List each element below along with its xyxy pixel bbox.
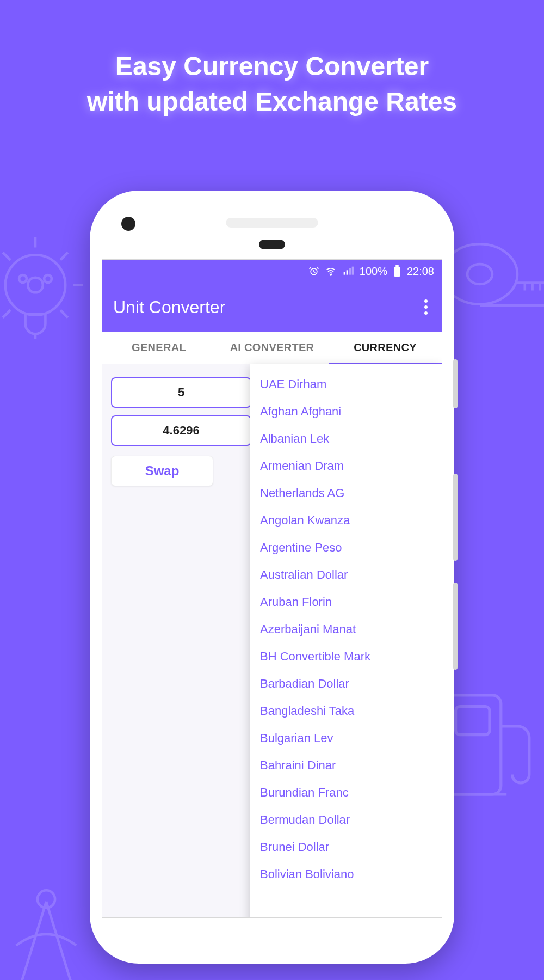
dot-icon (424, 299, 428, 303)
phone-top-hardware (102, 211, 442, 244)
alarm-icon (308, 266, 319, 277)
hero-line1: Easy Currency Converter (115, 52, 429, 81)
currency-option[interactable]: Afghan Afghani (257, 398, 435, 425)
dot-icon (424, 311, 428, 315)
phone-side-button (453, 583, 458, 670)
svg-point-2 (19, 275, 27, 283)
currency-option[interactable]: Armenian Dram (257, 452, 435, 480)
phone-frame: 100% 22:08 Unit Converter GENERAL AI CON… (90, 191, 454, 964)
to-value-output[interactable]: 4.6296 (111, 415, 251, 446)
currency-option[interactable]: UAE Dirham (257, 371, 435, 398)
svg-rect-13 (349, 268, 350, 275)
battery-icon (393, 265, 401, 277)
svg-rect-12 (346, 270, 348, 274)
currency-option[interactable]: Bahraini Dinar (257, 752, 435, 779)
currency-option[interactable]: Albanian Lek (257, 425, 435, 452)
tab-label: GENERAL (132, 341, 186, 354)
svg-point-0 (5, 255, 65, 315)
to-value-text: 4.6296 (163, 424, 199, 438)
sensor-bar (259, 240, 285, 249)
svg-point-1 (28, 278, 43, 293)
currency-option[interactable]: Argentine Peso (257, 534, 435, 561)
currency-option[interactable]: Netherlands AG (257, 480, 435, 507)
svg-rect-14 (351, 267, 353, 275)
content-area: 5 4.6296 Swap UAE Dirham Afghan Afghani … (102, 364, 442, 499)
tab-general[interactable]: GENERAL (102, 332, 215, 364)
more-options-button[interactable] (421, 296, 431, 318)
currency-option[interactable]: Brunei Dollar (257, 834, 435, 861)
currency-option[interactable]: Bermudan Dollar (257, 806, 435, 834)
dot-icon (424, 305, 428, 309)
tab-bar: GENERAL AI CONVERTER CURRENCY (102, 332, 442, 364)
currency-option[interactable]: Australian Dollar (257, 561, 435, 589)
wifi-icon (325, 266, 337, 277)
status-bar: 100% 22:08 (102, 260, 442, 283)
decor-bulb-icon (0, 229, 98, 354)
from-value-text: 5 (178, 385, 184, 400)
speaker-grille (226, 218, 318, 228)
app-bar: Unit Converter (102, 283, 442, 332)
svg-rect-11 (343, 272, 345, 275)
currency-option[interactable]: Angolan Kwanza (257, 507, 435, 534)
hero-line2: with updated Exchange Rates (87, 87, 457, 116)
svg-rect-16 (395, 265, 399, 267)
phone-screen: 100% 22:08 Unit Converter GENERAL AI CON… (102, 259, 442, 918)
currency-option[interactable]: Burundian Franc (257, 779, 435, 806)
tab-currency[interactable]: CURRENCY (329, 332, 442, 364)
tab-label: CURRENCY (354, 341, 417, 354)
svg-point-5 (467, 264, 492, 284)
currency-option[interactable]: BH Convertible Mark (257, 643, 435, 670)
camera-icon (121, 217, 135, 231)
currency-dropdown[interactable]: UAE Dirham Afghan Afghani Albanian Lek A… (250, 364, 442, 918)
svg-point-3 (44, 275, 52, 283)
currency-option[interactable]: Bulgarian Lev (257, 725, 435, 752)
tab-ai-converter[interactable]: AI CONVERTER (215, 332, 329, 364)
swap-label: Swap (145, 463, 180, 479)
currency-option[interactable]: Aruban Florin (257, 589, 435, 616)
currency-option[interactable]: Bolivian Boliviano (257, 861, 435, 888)
swap-button[interactable]: Swap (111, 456, 213, 486)
svg-rect-15 (394, 267, 400, 277)
battery-percent: 100% (360, 265, 387, 278)
currency-option[interactable]: Bangladeshi Taka (257, 697, 435, 725)
from-value-input[interactable]: 5 (111, 377, 251, 408)
app-title: Unit Converter (113, 297, 225, 317)
currency-option[interactable]: Barbadian Dollar (257, 670, 435, 697)
status-time: 22:08 (407, 265, 434, 278)
phone-side-button (453, 359, 458, 408)
svg-rect-7 (456, 707, 490, 735)
tab-label: AI CONVERTER (230, 341, 314, 354)
hero-title: Easy Currency Converter with updated Exc… (0, 0, 544, 142)
phone-side-button (453, 474, 458, 561)
currency-option[interactable]: Azerbaijani Manat (257, 616, 435, 643)
svg-point-10 (330, 274, 331, 275)
signal-icon (342, 266, 354, 277)
